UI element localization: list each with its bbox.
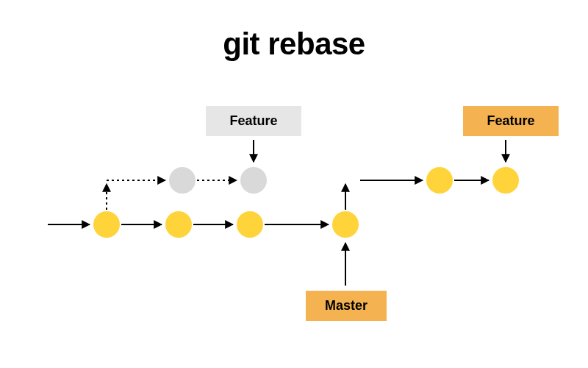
commit-master-3 (237, 211, 263, 238)
commit-newfeature-1 (426, 167, 453, 194)
commit-master-4 (332, 211, 359, 238)
commit-master-1 (93, 211, 120, 238)
label-master: Master (306, 291, 387, 321)
commit-newfeature-2 (492, 167, 519, 194)
label-feature-old: Feature (206, 106, 301, 136)
commit-oldfeature-2 (240, 167, 267, 194)
commit-master-2 (165, 211, 192, 238)
page-title: git rebase (223, 26, 365, 62)
label-feature-new: Feature (463, 106, 559, 136)
commit-oldfeature-1 (169, 167, 196, 194)
